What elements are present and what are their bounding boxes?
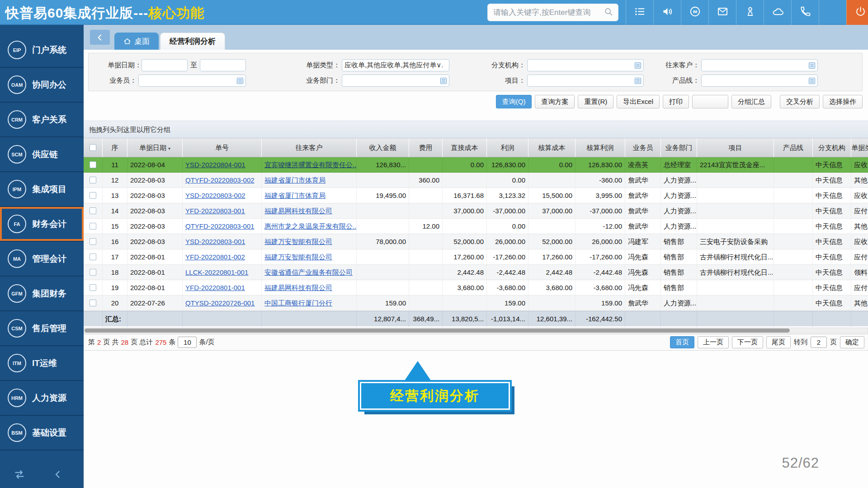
table-row[interactable]: 162022-08-03YSD-20220803-001福建万安智能有限公司78… — [84, 234, 868, 249]
table-row[interactable]: 202022-07-26QTYSD-20220726-001中国工商银行厦门分行… — [84, 296, 868, 311]
power-button[interactable] — [846, 0, 868, 25]
row-checkbox[interactable] — [90, 238, 96, 245]
toolbar-button-交叉分析[interactable]: 交叉分析 — [780, 95, 820, 108]
row-checkbox[interactable] — [90, 284, 96, 291]
row-checkbox[interactable] — [90, 223, 96, 230]
mail-button[interactable] — [708, 0, 736, 25]
page-button-尾页[interactable]: 尾页 — [766, 336, 791, 348]
customer-link[interactable]: 福建省厦门市体育局 — [264, 176, 326, 184]
toolbar-button-分组汇总[interactable]: 分组汇总 — [731, 95, 771, 108]
toolbar-button-导出Excel[interactable]: 导出Excel — [617, 95, 660, 108]
customer-link[interactable]: 惠州市龙之泉温泉开发有限公... — [264, 222, 357, 230]
speaker-button[interactable] — [653, 0, 681, 25]
row-checkbox[interactable] — [90, 192, 96, 199]
doc-number-link[interactable]: YFD-20220801-001 — [185, 284, 245, 291]
phone-button[interactable] — [791, 0, 819, 25]
doc-number-link[interactable]: QTYFD-20220803-001 — [185, 222, 255, 230]
row-checkbox[interactable] — [90, 253, 96, 260]
lookup-grid-icon[interactable] — [634, 77, 642, 86]
sidebar-item-hrm[interactable]: HRM人力资源 — [0, 381, 84, 416]
back-button[interactable] — [90, 30, 110, 45]
table-row[interactable]: 122022-08-03QTYFD-20220803-002福建省厦门市体育局3… — [84, 173, 868, 188]
doc-number-link[interactable]: YSD-20220803-002 — [185, 192, 245, 199]
table-row[interactable]: 182022-08-01LLCK-20220801-001安徽省通信产业服务有限… — [84, 265, 868, 280]
doc-number-link[interactable]: LLCK-20220801-001 — [185, 268, 248, 276]
lookup-grid-icon[interactable] — [808, 62, 816, 70]
toolbar-button-查询方案[interactable]: 查询方案 — [535, 95, 575, 108]
column-header-seq[interactable]: 序 — [103, 138, 127, 157]
scrollbar-thumb[interactable] — [85, 328, 790, 333]
customer-link[interactable]: 中国工商银行厦门分行 — [264, 299, 332, 307]
toolbar-button-打印[interactable]: 打印 — [663, 95, 689, 108]
分支机构-input[interactable] — [527, 59, 644, 71]
toolbar-button-重置(R)[interactable]: 重置(R) — [578, 95, 613, 108]
sidebar-item-ipm[interactable]: IPM集成项目 — [0, 172, 84, 207]
tab-profit-analysis[interactable]: 经营利润分析 — [160, 33, 225, 50]
toolbar-button-查询(Q)[interactable]: 查询(Q) — [496, 95, 532, 108]
sidebar-item-fa[interactable]: FA财务会计 — [0, 207, 84, 242]
lookup-grid-icon[interactable] — [236, 77, 244, 86]
cloud-button[interactable] — [764, 0, 791, 25]
sidebar-item-csm[interactable]: CSM售后管理 — [0, 311, 84, 346]
sidebar-item-scm[interactable]: SCM供应链 — [0, 137, 84, 172]
page-button-首页[interactable]: 首页 — [670, 336, 694, 348]
sidebar-item-eip[interactable]: EIP门户系统 — [0, 33, 84, 68]
goto-page-input[interactable] — [811, 337, 827, 348]
toolbar-button-选择操作[interactable]: 选择操作 — [823, 95, 863, 108]
row-checkbox[interactable] — [90, 177, 96, 183]
menu-list-button[interactable] — [626, 0, 653, 25]
group-by-dropzone[interactable]: 拖拽列头到这里以用它分组 — [84, 121, 868, 138]
column-header-date[interactable]: 单据日期▾ — [127, 138, 183, 157]
search-input[interactable] — [488, 8, 604, 17]
doc-number-link[interactable]: QTYFD-20220803-002 — [185, 176, 255, 184]
column-header-salesman[interactable]: 业务员 — [625, 138, 661, 157]
swap-icon[interactable] — [0, 469, 38, 480]
column-header-branch[interactable]: 分支机构 — [813, 138, 851, 157]
table-row[interactable]: 132022-08-03YSD-20220803-002福建省厦门市体育局19,… — [84, 188, 868, 203]
doc-number-link[interactable]: YSD-20220804-001 — [185, 161, 245, 169]
doc-number-link[interactable]: YFD-20220801-002 — [185, 253, 245, 261]
topbar-blank-cell[interactable] — [819, 0, 846, 25]
search-icon[interactable] — [604, 7, 613, 19]
column-header-project[interactable]: 项目 — [697, 138, 774, 157]
collapse-left-icon[interactable] — [38, 469, 77, 480]
sidebar-item-gfm[interactable]: GFM集团财务 — [0, 277, 84, 311]
column-header-customer[interactable]: 往来客户 — [262, 138, 357, 157]
column-header-calc_cost[interactable]: 核算成本 — [528, 138, 576, 157]
row-checkbox[interactable] — [90, 300, 96, 306]
column-header-calc_profit[interactable]: 核算利润 — [576, 138, 625, 157]
page-size-input[interactable] — [178, 337, 197, 348]
sidebar-item-ma[interactable]: MA管理会计 — [0, 242, 84, 277]
table-row[interactable]: 112022-08-04YSD-20220804-001宜宾骏继洪骥置业有限责任… — [84, 157, 868, 173]
column-header-dept[interactable]: 业务部门 — [661, 138, 697, 157]
column-header-fee[interactable]: 费用 — [409, 138, 443, 157]
toolbar-blank-button[interactable] — [692, 95, 728, 108]
项目-input[interactable] — [527, 75, 644, 87]
user-button[interactable] — [736, 0, 764, 25]
tab-desktop[interactable]: 桌面 — [114, 33, 159, 50]
customer-link[interactable]: 福建省厦门市体育局 — [264, 192, 326, 199]
goto-confirm-button[interactable]: 确定 — [840, 336, 864, 348]
column-header-doc_no[interactable]: 单号 — [183, 138, 262, 157]
lookup-grid-icon[interactable] — [440, 77, 447, 86]
lookup-grid-icon[interactable] — [634, 62, 642, 70]
sidebar-item-itm[interactable]: ITMIT运维 — [0, 346, 84, 381]
doc-number-link[interactable]: YSD-20220803-001 — [185, 238, 245, 245]
page-button-上一页[interactable]: 上一页 — [698, 336, 729, 348]
customer-link[interactable]: 安徽省通信产业服务有限公司 — [264, 268, 353, 276]
select-all-checkbox[interactable] — [90, 144, 96, 151]
table-row[interactable]: 172022-08-01YFD-20220801-002福建万安智能有限公司17… — [84, 249, 868, 265]
column-header-income[interactable]: 收入金额 — [357, 138, 409, 157]
column-header-doc_type[interactable]: 单据类型 — [851, 138, 868, 157]
date-from-input[interactable] — [142, 59, 188, 71]
row-checkbox[interactable] — [90, 269, 96, 276]
sidebar-item-bsm[interactable]: BSM基础设置 — [0, 416, 84, 450]
lookup-grid-icon[interactable] — [808, 77, 816, 86]
业务部门-input[interactable] — [342, 75, 449, 87]
row-checkbox[interactable] — [90, 161, 96, 168]
customer-link[interactable]: 福建万安智能有限公司 — [264, 238, 332, 245]
column-header-check[interactable] — [84, 138, 103, 157]
业务员-input[interactable] — [138, 75, 246, 87]
column-header-profit[interactable]: 利润 — [487, 138, 528, 157]
sidebar-item-crm[interactable]: CRM客户关系 — [0, 103, 84, 137]
